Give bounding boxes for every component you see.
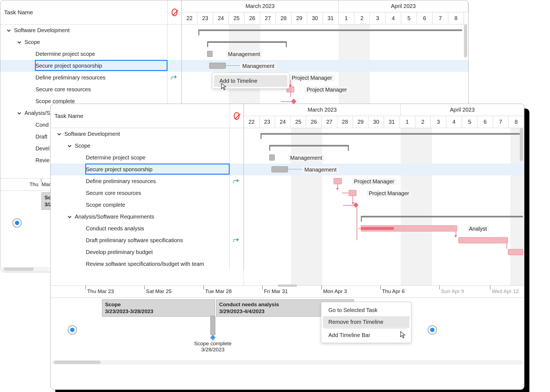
task-bar[interactable] (334, 178, 342, 184)
task-row[interactable]: Secure core resources (51, 187, 244, 199)
task-name: Scope (75, 143, 90, 149)
horizontal-scrollbar[interactable] (54, 361, 101, 364)
task-name: Analysis/S (24, 110, 50, 116)
task-row[interactable]: Analysis/Software Requirements (51, 211, 244, 223)
task-bar[interactable] (508, 249, 523, 255)
day-header: 8 (448, 12, 464, 24)
task-name: Scope (24, 39, 40, 45)
task-bar[interactable] (269, 154, 275, 161)
day-header: 3 (431, 116, 446, 128)
timeline-tick: Wed Apr 12 (492, 286, 519, 294)
chevron-down-icon[interactable] (56, 131, 62, 137)
timeline-strip[interactable]: Thu Mar 23Sat Mar 25Tue Mar 28Fri Mar 31… (51, 285, 524, 365)
chevron-down-icon[interactable] (16, 39, 22, 45)
timeline-end-handle[interactable] (428, 325, 437, 335)
task-name: Secure core resources (35, 86, 91, 93)
horizontal-scrollbar[interactable] (4, 267, 34, 271)
task-row[interactable]: Software Development (51, 128, 244, 140)
task-name: Draft preliminary software specification… (86, 237, 183, 244)
task-bar[interactable] (458, 237, 508, 243)
task-row[interactable]: Develop preliminary budget (51, 246, 244, 258)
gantt-chart[interactable]: March 2023 April 2023 222324252627282930… (244, 104, 524, 285)
auto-schedule-icon (230, 234, 243, 246)
task-row[interactable]: Scope complete (51, 199, 244, 211)
task-row[interactable]: Secure core resources (0, 84, 182, 95)
day-header: 8 (508, 116, 524, 128)
task-name: Devel (35, 145, 50, 152)
day-header: 2 (415, 116, 431, 128)
menu-item-remove-timeline[interactable]: Remove from Timeline (323, 316, 409, 328)
col-header-indicators[interactable] (230, 104, 244, 128)
day-header: 5 (462, 116, 478, 128)
task-name: Secure project sponsorship (86, 166, 152, 173)
menu-item-add-timeline-bar[interactable]: Add Timeline Bar (323, 329, 409, 341)
task-row[interactable]: Conduct needs analysis (51, 223, 244, 234)
timeline-strip[interactable]: Thu Mar Scc 3/2 (0, 178, 51, 272)
summary-bar[interactable] (269, 145, 349, 147)
task-list: Software Development Scope Determine pro… (51, 128, 244, 270)
month-header: March 2023 (182, 0, 339, 12)
day-header: 5 (401, 12, 417, 24)
svg-point-2 (233, 241, 234, 242)
task-name: Review software specifications/budget wi… (86, 261, 204, 267)
day-header: 7 (493, 116, 509, 128)
task-row[interactable]: Determine project scope (51, 152, 244, 164)
timeline-block[interactable]: Scope3/23/2023-3/28/2023 (102, 299, 215, 317)
summary-bar[interactable] (361, 216, 523, 217)
task-row[interactable]: Scope (51, 140, 244, 152)
task-row[interactable]: Define preliminary resources (51, 175, 244, 187)
chevron-down-icon[interactable] (67, 214, 73, 220)
milestone-diamond[interactable] (291, 99, 296, 104)
timeline-tick: Fri Mar 31 (264, 286, 288, 294)
task-row-selected[interactable]: Secure project sponsorship (51, 164, 244, 175)
month-header: March 2023 (244, 104, 401, 116)
timeline-start-handle[interactable] (68, 325, 77, 335)
day-header: 23 (260, 116, 275, 128)
col-header-indicators[interactable] (168, 0, 182, 24)
forbidden-icon (172, 9, 177, 16)
task-name: Revie (35, 157, 50, 164)
timeline-start-handle[interactable] (12, 218, 22, 228)
task-bar[interactable] (209, 63, 226, 69)
summary-bar[interactable] (207, 41, 287, 43)
task-name: Conduct needs analysis (86, 225, 144, 232)
day-header: 6 (477, 116, 493, 128)
menu-item-goto-task[interactable]: Go to Selected Task (323, 304, 409, 316)
menu-item-add-to-timeline[interactable]: Add to Timeline (214, 75, 287, 87)
svg-point-0 (171, 78, 172, 79)
timeline-milestone[interactable]: Scope complete3/28/2023 (191, 316, 235, 353)
task-bar[interactable] (349, 190, 356, 196)
task-bar[interactable] (207, 51, 213, 57)
col-header-task-name[interactable]: Task Name (0, 0, 168, 24)
summary-bar[interactable] (260, 133, 522, 135)
vertical-scrollbar[interactable] (464, 24, 467, 57)
task-row[interactable]: Review software specifications/budget wi… (51, 258, 244, 270)
task-row[interactable]: Software Development (0, 24, 182, 36)
task-name: Scope complete (86, 202, 125, 208)
task-row[interactable]: Determine project scope (0, 48, 182, 60)
bar-label: Project Manager (367, 190, 411, 197)
svg-point-1 (233, 182, 234, 183)
vertical-scrollbar[interactable] (520, 128, 523, 161)
chevron-down-icon[interactable] (67, 143, 73, 149)
task-row[interactable]: Draft preliminary software specification… (51, 234, 244, 246)
day-header: 22 (244, 116, 260, 128)
task-header-row: Task Name (51, 104, 244, 128)
bar-label: Management (240, 63, 277, 70)
task-name: Develop preliminary budget (86, 249, 153, 255)
task-name: Define preliminary resources (35, 74, 106, 81)
col-header-task-name[interactable]: Task Name (51, 104, 230, 128)
day-header: 4 (386, 12, 401, 24)
task-header-row: Task Name (0, 0, 182, 24)
chevron-down-icon[interactable] (6, 27, 12, 34)
task-row-selected[interactable]: Secure project sponsorship (0, 60, 182, 72)
summary-bar[interactable] (198, 29, 462, 31)
task-row[interactable]: Define preliminary resources (0, 72, 182, 84)
task-row[interactable]: Scope (0, 36, 182, 48)
gantt-window-front: Task Name Software Development Scope Det… (50, 104, 524, 390)
task-bar[interactable] (271, 166, 288, 172)
day-header: 28 (276, 12, 292, 24)
chevron-down-icon[interactable] (16, 110, 22, 116)
bar-label: Analyst (467, 225, 489, 232)
day-header: 6 (417, 12, 433, 24)
